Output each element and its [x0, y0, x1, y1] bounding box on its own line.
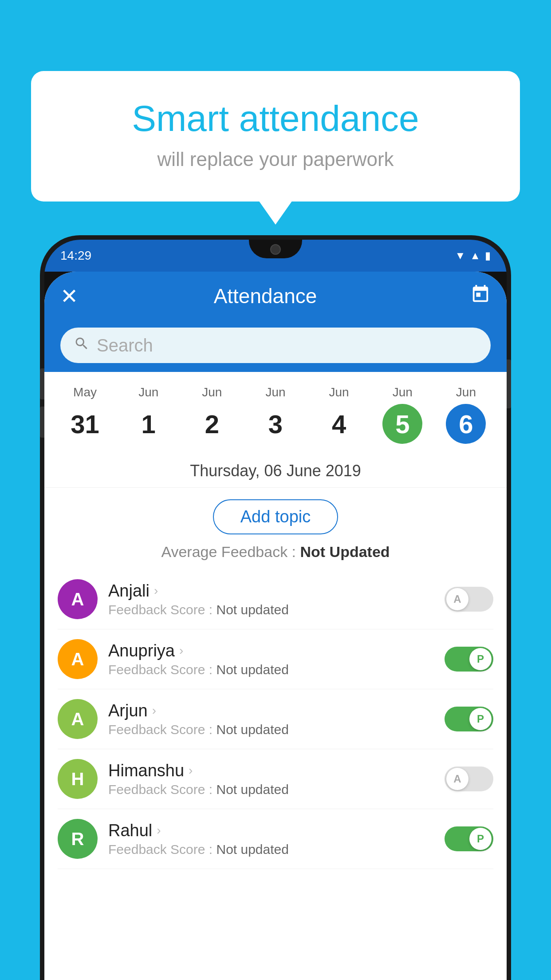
search-icon — [74, 336, 90, 356]
wifi-icon: ▼ — [455, 249, 465, 262]
student-avatar: R — [58, 819, 98, 859]
cal-date-number: 2 — [192, 404, 232, 444]
calendar-day-4[interactable]: Jun4 — [307, 385, 371, 444]
avg-feedback-label: Average Feedback : — [161, 543, 300, 560]
student-info: Anjali ›Feedback Score : Not updated — [108, 581, 434, 617]
avg-feedback: Average Feedback : Not Updated — [44, 543, 507, 569]
student-avatar: H — [58, 759, 98, 799]
volume-down-btn[interactable] — [40, 407, 44, 438]
student-feedback-score: Feedback Score : Not updated — [108, 842, 434, 857]
cal-month-label: Jun — [138, 385, 158, 399]
add-topic-wrapper: Add topic — [44, 488, 507, 543]
front-camera — [270, 244, 281, 255]
student-name-arrow: › — [179, 644, 183, 658]
toggle-knob: A — [446, 588, 468, 610]
attendance-toggle[interactable]: P — [445, 826, 493, 851]
student-name: Anjali › — [108, 581, 434, 601]
attendance-toggle[interactable]: A — [445, 767, 493, 791]
student-item-4[interactable]: RRahul ›Feedback Score : Not updatedP — [58, 809, 493, 869]
student-item-0[interactable]: AAnjali ›Feedback Score : Not updatedA — [58, 569, 493, 629]
toggle-knob: A — [446, 768, 468, 790]
cal-date-number: 3 — [256, 404, 295, 444]
speech-bubble-subtitle: will replace your paperwork — [67, 148, 484, 170]
status-icons: ▼ ▲ ▮ — [455, 249, 491, 262]
cal-date-number: 5 — [382, 404, 422, 444]
student-item-3[interactable]: HHimanshu ›Feedback Score : Not updatedA — [58, 749, 493, 809]
battery-icon: ▮ — [485, 249, 491, 262]
calendar-day-5[interactable]: Jun5 — [371, 385, 434, 444]
calendar-day-2[interactable]: Jun2 — [180, 385, 244, 444]
cal-month-label: Jun — [265, 385, 285, 399]
cal-date-number: 6 — [446, 404, 486, 444]
cal-month-label: Jun — [456, 385, 476, 399]
student-feedback-score: Feedback Score : Not updated — [108, 782, 434, 797]
calendar-day-3[interactable]: Jun3 — [244, 385, 307, 444]
add-topic-button[interactable]: Add topic — [213, 499, 338, 534]
student-feedback-score: Feedback Score : Not updated — [108, 662, 434, 677]
cal-month-label: May — [73, 385, 97, 399]
student-name: Anupriya › — [108, 641, 434, 660]
student-feedback-score: Feedback Score : Not updated — [108, 722, 434, 737]
student-list: AAnjali ›Feedback Score : Not updatedAAA… — [44, 569, 507, 869]
calendar-day-1[interactable]: Jun1 — [117, 385, 180, 444]
cal-month-label: Jun — [393, 385, 413, 399]
student-avatar: A — [58, 579, 98, 619]
student-info: Rahul ›Feedback Score : Not updated — [108, 821, 434, 857]
search-bar[interactable]: Search — [60, 328, 491, 363]
phone-screen: 14:29 ▼ ▲ ▮ ✕ Attendance — [44, 240, 507, 980]
toggle-knob: P — [469, 828, 492, 850]
student-info: Himanshu ›Feedback Score : Not updated — [108, 761, 434, 797]
app-content: ✕ Attendance Search — [44, 272, 507, 980]
calendar-icon[interactable] — [470, 284, 491, 308]
phone-frame: 14:29 ▼ ▲ ▮ ✕ Attendance — [40, 235, 511, 980]
status-time: 14:29 — [60, 249, 91, 263]
volume-up-btn[interactable] — [40, 368, 44, 399]
toolbar-title: Attendance — [60, 284, 470, 308]
speech-bubble: Smart attendance will replace your paper… — [31, 71, 520, 202]
search-placeholder: Search — [97, 336, 153, 356]
student-name-arrow: › — [189, 763, 193, 778]
toolbar: ✕ Attendance — [44, 272, 507, 320]
student-avatar: A — [58, 639, 98, 679]
speech-bubble-title: Smart attendance — [67, 98, 484, 139]
student-info: Anupriya ›Feedback Score : Not updated — [108, 641, 434, 677]
attendance-toggle[interactable]: P — [445, 707, 493, 731]
attendance-toggle[interactable]: A — [445, 587, 493, 612]
volume-buttons — [40, 368, 44, 438]
calendar-strip: May31Jun1Jun2Jun3Jun4Jun5Jun6 — [44, 372, 507, 453]
student-name: Rahul › — [108, 821, 434, 840]
signal-icon: ▲ — [470, 249, 480, 262]
attendance-toggle[interactable]: P — [445, 647, 493, 672]
calendar-day-0[interactable]: May31 — [53, 385, 117, 444]
student-item-2[interactable]: AArjun ›Feedback Score : Not updatedP — [58, 689, 493, 749]
student-name: Arjun › — [108, 701, 434, 720]
cal-date-number: 31 — [65, 404, 105, 444]
student-info: Arjun ›Feedback Score : Not updated — [108, 701, 434, 737]
student-avatar: A — [58, 699, 98, 739]
power-btn[interactable] — [507, 360, 511, 408]
power-button — [507, 360, 511, 408]
student-name-arrow: › — [154, 584, 158, 598]
search-bar-wrapper: Search — [44, 320, 507, 372]
cal-month-label: Jun — [329, 385, 349, 399]
avg-feedback-value: Not Updated — [300, 543, 390, 560]
student-name: Himanshu › — [108, 761, 434, 780]
cal-date-number: 4 — [319, 404, 359, 444]
toggle-knob: P — [469, 648, 492, 670]
student-feedback-score: Feedback Score : Not updated — [108, 602, 434, 617]
cal-date-number: 1 — [129, 404, 169, 444]
calendar-day-6[interactable]: Jun6 — [434, 385, 498, 444]
toggle-knob: P — [469, 708, 492, 730]
date-display: Thursday, 06 June 2019 — [44, 453, 507, 488]
student-item-1[interactable]: AAnupriya ›Feedback Score : Not updatedP — [58, 629, 493, 689]
student-name-arrow: › — [152, 703, 156, 718]
student-name-arrow: › — [157, 823, 161, 838]
speech-bubble-container: Smart attendance will replace your paper… — [31, 71, 520, 202]
cal-month-label: Jun — [202, 385, 222, 399]
